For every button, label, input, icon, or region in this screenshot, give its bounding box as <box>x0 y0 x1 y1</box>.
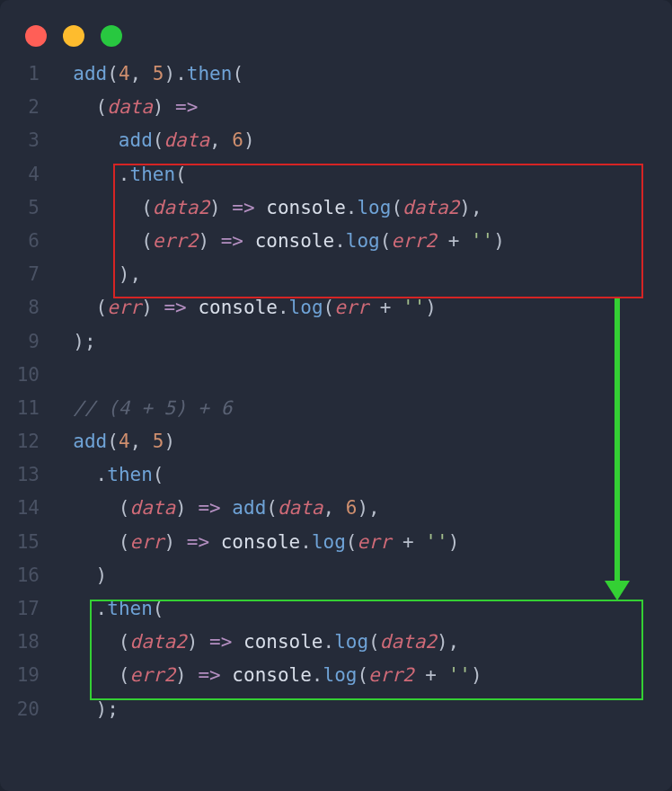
code-line: 9 ); <box>9 331 672 364</box>
code-line: 7 ), <box>9 263 672 297</box>
code-line: 14 (data) => add(data, 6), <box>9 497 672 530</box>
code-line: 2 (data) => <box>9 96 672 129</box>
code-content: .then( <box>50 464 164 485</box>
line-number: 4 <box>9 164 50 185</box>
code-content: ); <box>50 698 119 720</box>
line-number: 2 <box>9 96 50 118</box>
code-line: 11 // (4 + 5) + 6 <box>9 397 672 431</box>
code-content: (data2) => console.log(data2), <box>50 631 459 653</box>
code-content: add(4, 5) <box>50 431 175 452</box>
code-line: 4 .then( <box>9 164 672 197</box>
code-line: 8 (err) => console.log(err + '') <box>9 297 672 330</box>
line-number: 20 <box>9 698 50 720</box>
code-line: 16 ) <box>9 564 672 598</box>
code-content: (data) => <box>50 96 198 118</box>
line-number: 9 <box>9 331 50 352</box>
line-number: 15 <box>9 531 50 553</box>
line-number: 14 <box>9 497 50 519</box>
code-content: (data) => add(data, 6), <box>50 497 380 519</box>
close-icon[interactable] <box>25 25 47 47</box>
line-number: 5 <box>9 197 50 218</box>
code-content: (err) => console.log(err + '') <box>50 297 437 318</box>
line-number: 13 <box>9 464 50 485</box>
window-controls <box>0 16 672 63</box>
line-number: 3 <box>9 129 50 151</box>
code-line: 17 .then( <box>9 598 672 631</box>
code-line: 15 (err) => console.log(err + '') <box>9 531 672 564</box>
line-number: 16 <box>9 564 50 586</box>
code-content: (err2) => console.log(err2 + '') <box>50 230 505 252</box>
code-line: 1 add(4, 5).then( <box>9 63 672 96</box>
code-content: .then( <box>50 164 187 185</box>
line-number: 18 <box>9 631 50 653</box>
code-window: 1 add(4, 5).then( 2 (data) => 3 add(data… <box>0 0 672 791</box>
line-number: 1 <box>9 63 50 84</box>
code-content: ); <box>50 331 96 352</box>
code-content: ) <box>50 564 107 586</box>
code-line: 12 add(4, 5) <box>9 431 672 464</box>
code-editor: 1 add(4, 5).then( 2 (data) => 3 add(data… <box>0 63 672 732</box>
line-number: 7 <box>9 263 50 285</box>
code-line: 18 (data2) => console.log(data2), <box>9 631 672 664</box>
code-line: 19 (err2) => console.log(err2 + '') <box>9 664 672 698</box>
minimize-icon[interactable] <box>63 25 84 47</box>
arrow-line <box>615 298 620 584</box>
code-content: (data2) => console.log(data2), <box>50 197 482 218</box>
code-content: (err) => console.log(err + '') <box>50 531 459 553</box>
line-number: 12 <box>9 431 50 452</box>
zoom-icon[interactable] <box>101 25 122 47</box>
code-content: ), <box>50 263 141 285</box>
code-content: add(data, 6) <box>50 129 255 151</box>
code-line: 20 ); <box>9 698 672 732</box>
line-number: 19 <box>9 664 50 686</box>
code-line: 6 (err2) => console.log(err2 + '') <box>9 230 672 263</box>
code-content: .then( <box>50 598 164 619</box>
code-line: 13 .then( <box>9 464 672 497</box>
line-number: 8 <box>9 297 50 318</box>
code-line: 10 <box>9 364 672 397</box>
code-line: 3 add(data, 6) <box>9 129 672 163</box>
code-content: // (4 + 5) + 6 <box>50 397 232 419</box>
line-number: 6 <box>9 230 50 252</box>
arrow-down-icon <box>605 581 630 600</box>
code-content: (err2) => console.log(err2 + '') <box>50 664 482 686</box>
line-number: 10 <box>9 364 50 386</box>
code-line: 5 (data2) => console.log(data2), <box>9 197 672 230</box>
line-number: 11 <box>9 397 50 419</box>
line-number: 17 <box>9 598 50 619</box>
code-content: add(4, 5).then( <box>50 63 243 84</box>
